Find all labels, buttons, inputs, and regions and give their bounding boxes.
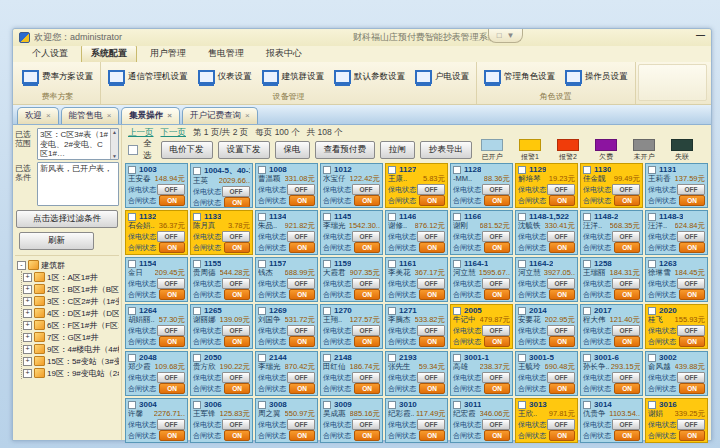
meter-card[interactable]: 2193张先生59.34元保电状态OFF合闸状态ON [385,351,448,396]
meter-card[interactable]: 3008周之翼550.97元保电状态OFF合闸状态ON [255,398,318,443]
meter-card[interactable]: 1155贵周德544.28元保电状态OFF合闸状态ON [190,257,253,302]
meter-card[interactable]: 2017程大伟121.40元保电状态OFF合闸状态ON [580,304,643,349]
card-checkbox[interactable] [583,401,591,409]
card-checkbox[interactable] [518,260,526,268]
card-checkbox[interactable] [258,213,266,221]
close-icon[interactable]: × [167,113,172,119]
menu-item-1[interactable]: 个人设置 [23,46,77,62]
meter-card[interactable]: 1269刘国争531.72元保电状态OFF合闸状态ON [255,304,318,349]
menu-item-2[interactable]: 系统配置 [81,45,137,62]
card-checkbox[interactable] [128,354,136,362]
close-icon[interactable]: × [245,113,250,119]
card-checkbox[interactable] [388,213,396,221]
meter-card[interactable]: 3004许馨2276.71..保电状态OFF合闸状态ON [125,398,188,443]
card-checkbox[interactable] [128,307,136,315]
toolbar-button-3[interactable]: 保电 [275,141,310,159]
card-checkbox[interactable] [583,354,591,362]
meter-card[interactable]: 1164-2河立慧3927.05..保电状态OFF合闸状态ON [515,257,578,302]
card-checkbox[interactable] [453,166,461,174]
meter-card[interactable]: 3006王军锋125.83元保电状态OFF合闸状态ON [190,398,253,443]
card-checkbox[interactable] [193,307,201,315]
meter-card[interactable]: 1258王瑞丽184.31元保电状态OFF合闸状态ON [580,257,643,302]
ribbon-button[interactable]: 默认参数设置 [330,64,409,90]
meter-card[interactable]: 2005牛记中479.87元保电状态OFF合闸状态ON [450,304,513,349]
card-checkbox[interactable] [648,307,656,315]
card-checkbox[interactable] [193,213,201,221]
meter-card[interactable]: 1003王安春148.94元保电状态OFF合闸状态ON [125,163,188,208]
meter-card[interactable]: 2148田红仙186.74元保电状态OFF合闸状态ON [320,351,383,396]
card-checkbox[interactable] [323,354,331,362]
meter-card[interactable]: 1270王翔..127.57元保电状态OFF合闸状态ON [320,304,383,349]
ribbon-button[interactable]: 户电设置 [411,64,473,90]
meter-card[interactable]: 1131王莉香137.59元保电状态OFF合闸状态ON [645,163,708,208]
tree-item-9[interactable]: +19区：9#变电站（2#… [23,367,119,379]
meter-card[interactable]: 1012水宝仔122.42元保电状态OFF合闸状态ON [320,163,383,208]
card-checkbox[interactable] [323,307,331,315]
card-checkbox[interactable] [453,354,461,362]
selected-condition-box[interactable]: 新风表，已开户表， [37,162,119,206]
scroll-up-icon[interactable]: ▲ [112,129,117,135]
meter-card[interactable]: 1127王康..5.83元保电状态OFF合闸状态ON [385,163,448,208]
ribbon-button[interactable]: 操作员设置 [561,64,632,90]
ribbon-button[interactable]: 管理角色设置 [480,64,559,90]
menu-item-3[interactable]: 用户管理 [141,46,195,62]
tree-item-6[interactable]: +7区：G区1#井 [23,331,119,343]
card-checkbox[interactable] [388,307,396,315]
card-checkbox[interactable] [453,307,461,315]
expand-icon[interactable]: + [23,273,32,282]
expand-icon[interactable]: + [23,333,32,342]
meter-card[interactable]: 1265谢丽娜139.09元保电状态OFF合闸状态ON [190,304,253,349]
card-checkbox[interactable] [388,401,396,409]
range-scrollbar[interactable]: ▲ ▼ [110,129,118,159]
meter-card[interactable]: 1146谢修..876.12元保电状态OFF合闸状态ON [385,210,448,255]
select-all-checkbox[interactable] [128,145,138,155]
tree-item-1[interactable]: +1区：A区1#井 [23,271,119,283]
card-checkbox[interactable] [518,354,526,362]
card-checkbox[interactable] [128,166,136,174]
card-checkbox[interactable] [323,401,331,409]
menu-item-5[interactable]: 报表中心 [257,46,311,62]
meter-card[interactable]: 2014安要花202.95元保电状态OFF合闸状态ON [515,304,578,349]
meter-card[interactable]: 1159大霞君907.35元保电状态OFF合闸状态ON [320,257,383,302]
tree-item-7[interactable]: +9区：4#楼电井（4#楼… [23,343,119,355]
card-checkbox[interactable] [518,213,526,221]
meter-card[interactable]: 3001-6孙长争..293.15元保电状态OFF合闸状态ON [580,351,643,396]
card-checkbox[interactable] [323,213,331,221]
meter-card[interactable]: 1264胡娟丽..57.30元保电状态OFF合闸状态ON [125,304,188,349]
meter-card[interactable]: 1145李瑞光1542.30..保电状态OFF合闸状态ON [320,210,383,255]
expand-icon[interactable]: + [23,369,32,378]
meter-card[interactable]: 1148-2汪洋..568.35元保电状态OFF合闸状态ON [580,210,643,255]
next-page-link[interactable]: 下一页 [161,127,187,139]
meter-card[interactable]: 2050贵方欣190.22元保电状态OFF合闸状态ON [190,351,253,396]
ribbon-button[interactable]: 通信管理机设置 [104,64,192,90]
meter-card[interactable]: 1164-1河立慧1595.67..保电状态OFF合闸状态ON [450,257,513,302]
scroll-down-icon[interactable]: ▼ [112,153,117,159]
menu-item-4[interactable]: 售电管理 [199,46,253,62]
ribbon-button[interactable]: 仪表设置 [194,64,256,90]
expand-icon[interactable]: + [23,345,32,354]
meter-card[interactable]: 3016谢娟339.25元保电状态OFF合闸状态ON [645,398,708,443]
card-checkbox[interactable] [128,260,136,268]
card-checkbox[interactable] [323,260,331,268]
meter-card[interactable]: 1161李美花367.17元保电状态OFF合闸状态ON [385,257,448,302]
refresh-button[interactable]: 刷新 [19,232,94,250]
ribbon-button[interactable]: 费率方案设置 [18,64,97,90]
tree-item-2[interactable]: +2区：B区1#井（B区1#… [23,283,119,295]
tab-2[interactable]: 能管售电× [61,107,120,124]
card-checkbox[interactable] [323,166,331,174]
meter-card[interactable]: 3014仇贵争1103.54..保电状态OFF合闸状态ON [580,398,643,443]
meter-card[interactable]: 3002俞风越439.88元保电状态OFF合闸状态ON [645,351,708,396]
close-icon[interactable]: × [107,113,112,119]
toolbar-button-5[interactable]: 拉闸 [380,141,415,159]
card-checkbox[interactable] [453,213,461,221]
card-checkbox[interactable] [193,167,201,175]
card-checkbox[interactable] [258,401,266,409]
card-checkbox[interactable] [648,401,656,409]
meter-card[interactable]: 1134朱品..921.82元保电状态OFF合闸状态ON [255,210,318,255]
card-checkbox[interactable] [518,166,526,174]
toolbar-button-1[interactable]: 电价下发 [161,141,213,159]
card-checkbox[interactable] [518,307,526,315]
meter-card[interactable]: 3011纪宏霞346.06元保电状态OFF合闸状态ON [450,398,513,443]
meter-card[interactable]: 2144李瑞光870.42元保电状态OFF合闸状态ON [255,351,318,396]
meter-card[interactable]: 1129解培琴19.23元保电状态OFF合闸状态ON [515,163,578,208]
